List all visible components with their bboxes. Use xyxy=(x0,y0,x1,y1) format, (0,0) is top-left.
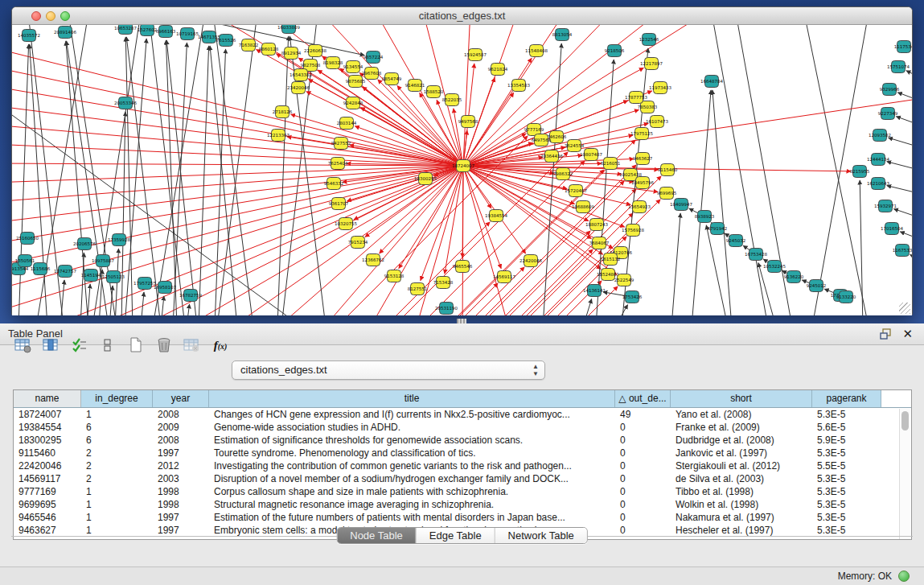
graph-node[interactable]: 16210643 xyxy=(867,178,889,190)
graph-node[interactable]: 25160650 xyxy=(16,233,39,245)
table-row[interactable]: 1830029562008Estimation of significance … xyxy=(14,434,911,447)
graph-node[interactable]: 11973433 xyxy=(649,82,671,94)
graph-node[interactable]: 8938923 xyxy=(695,211,715,223)
resize-grip-icon[interactable] xyxy=(899,303,910,314)
graph-node[interactable]: 1615132 xyxy=(601,253,621,266)
graph-node[interactable]: 2522549 xyxy=(614,274,634,286)
graph-node[interactable]: 13742757 xyxy=(54,266,76,278)
graph-node[interactable]: 12213363 xyxy=(267,130,290,142)
graph-node[interactable]: 3684067 xyxy=(589,237,610,249)
graph-node[interactable]: 10653287 xyxy=(114,25,137,35)
column-header-pagerank[interactable]: pagerank xyxy=(812,390,881,407)
graph-node[interactable]: 19384554 xyxy=(485,210,507,222)
column-header-title[interactable]: title xyxy=(209,390,615,407)
graph-node[interactable]: 1588520 xyxy=(424,86,444,98)
graph-node[interactable]: 9218506 xyxy=(605,45,625,57)
graph-node[interactable]: 8860128 xyxy=(259,43,279,56)
graph-node[interactable]: 10719165 xyxy=(176,28,199,40)
graph-node[interactable]: 1167533 xyxy=(893,245,912,257)
select-columns-icon[interactable] xyxy=(69,336,90,355)
graph-node[interactable]: 6216051 xyxy=(601,158,621,170)
graph-node[interactable]: 9621824 xyxy=(488,64,508,76)
graph-node[interactable]: 15924587 xyxy=(464,49,487,61)
graph-node[interactable]: 1527602 xyxy=(138,25,158,36)
graph-node[interactable]: 11548408 xyxy=(525,45,548,57)
graph-node[interactable]: 6791942 xyxy=(708,223,728,235)
window-titlebar[interactable]: citations_edges.txt xyxy=(12,7,912,25)
graph-node[interactable]: 8427552 xyxy=(331,138,351,150)
graph-node[interactable]: 13354583 xyxy=(507,80,530,92)
graph-node[interactable]: 7986322 xyxy=(553,168,573,180)
graph-node[interactable]: 7625404 xyxy=(328,158,348,170)
function-builder-icon[interactable]: f(x) xyxy=(210,336,231,355)
graph-node[interactable]: 16107473 xyxy=(646,116,668,128)
graph-node[interactable]: 8215955 xyxy=(850,166,870,178)
graph-node[interactable]: 9153128 xyxy=(384,270,405,282)
graph-node[interactable]: 8127551 xyxy=(408,283,428,295)
network-canvas[interactable]: 1872400771638228860128891293422260638982… xyxy=(12,25,912,315)
graph-node[interactable]: 14035572 xyxy=(18,30,40,42)
column-header-short[interactable]: short xyxy=(671,390,812,407)
table-row[interactable]: 1938455462009Genome-wide association stu… xyxy=(14,421,911,434)
table-scrollbar[interactable] xyxy=(899,409,910,539)
graph-node[interactable]: 9546332 xyxy=(324,178,344,190)
column-header-in_degree[interactable]: in_degree xyxy=(81,390,153,407)
graph-node[interactable]: 2718126 xyxy=(273,106,293,118)
float-window-icon[interactable] xyxy=(880,328,893,340)
table-scrollbar-thumb[interactable] xyxy=(901,411,909,431)
graph-node[interactable]: 9497568 xyxy=(458,116,478,128)
graph-node[interactable]: 9857224 xyxy=(363,51,384,64)
graph-node[interactable]: 9463627 xyxy=(633,153,653,165)
graph-node[interactable]: 10975887 xyxy=(92,255,114,267)
new-table-icon[interactable] xyxy=(125,336,146,355)
graph-node[interactable]: 12366762 xyxy=(362,254,384,266)
tab-node-table[interactable]: Node Table xyxy=(337,528,417,543)
tab-network-table[interactable]: Network Table xyxy=(495,528,587,543)
graph-node[interactable]: 9133220 xyxy=(836,291,856,303)
graph-node[interactable]: 9115460 xyxy=(658,164,678,176)
graph-node[interactable]: 12093582 xyxy=(869,130,891,142)
graph-node[interactable]: 16033809 xyxy=(277,25,300,34)
graph-node[interactable]: 7163822 xyxy=(239,39,259,51)
graph-node[interactable]: 10688609 xyxy=(572,201,594,213)
table-row[interactable]: 1456911722003Disruption of a novel membe… xyxy=(14,472,911,485)
table-settings-icon[interactable] xyxy=(13,336,34,355)
delete-trash-icon[interactable] xyxy=(154,336,175,355)
graph-node[interactable]: 9136220 xyxy=(784,271,804,283)
table-row[interactable]: 946554611997Estimation of the future num… xyxy=(14,511,911,524)
column-header-out_degree[interactable]: △ out_de... xyxy=(615,390,671,407)
graph-node[interactable]: 14569117 xyxy=(493,271,515,283)
graph-node[interactable]: 9361707 xyxy=(329,198,349,210)
column-header-name[interactable]: name xyxy=(14,390,81,407)
graph-node[interactable]: 1145194 xyxy=(81,270,101,282)
graph-node[interactable]: 7153428 xyxy=(433,277,454,289)
graph-node[interactable]: 16782759 xyxy=(179,290,202,302)
graph-node[interactable]: 9245012 xyxy=(807,280,827,292)
graph-node[interactable]: 9134554 xyxy=(343,61,363,73)
graph-node[interactable]: 20891406 xyxy=(54,27,76,39)
table-row[interactable]: 969969511998Structural magnetic resonanc… xyxy=(14,498,911,511)
column-header-year[interactable]: year xyxy=(153,390,209,407)
graph-node[interactable]: 8854749 xyxy=(382,73,402,85)
table-row[interactable]: 977716911998Corpus callosum shape and si… xyxy=(14,485,911,498)
graph-node[interactable]: 15932971 xyxy=(874,200,897,212)
graph-node[interactable]: 17016504 xyxy=(881,223,903,235)
graph-node[interactable]: 8198328 xyxy=(323,57,343,69)
graph-node[interactable]: 9329966 xyxy=(880,84,900,96)
table-row[interactable]: 1872400712008Changes of HCN gene express… xyxy=(14,408,911,421)
graph-node[interactable]: 9875685 xyxy=(346,76,366,88)
table-row[interactable]: 911546021997Tourette syndrome. Phenomeno… xyxy=(14,447,911,459)
graph-node[interactable]: 7915234 xyxy=(348,237,368,249)
tab-edge-table[interactable]: Edge Table xyxy=(417,528,495,543)
graph-node[interactable]: 3624554 xyxy=(565,140,585,152)
graph-node[interactable]: 14136141 xyxy=(583,285,606,297)
graph-node[interactable]: 2967608 xyxy=(362,68,382,80)
graph-node[interactable]: 8522035 xyxy=(442,94,462,106)
graph-node[interactable]: 7615526 xyxy=(216,35,236,47)
graph-node[interactable]: 2803144 xyxy=(337,117,357,130)
table-selector-dropdown[interactable]: citations_edges.txt ▲▼ xyxy=(232,360,545,380)
graph-node[interactable]: 9227349 xyxy=(878,108,898,120)
graph-node[interactable]: 12444134 xyxy=(867,154,889,166)
show-columns-icon[interactable] xyxy=(41,336,62,355)
graph-node[interactable]: 8912934 xyxy=(281,47,302,60)
